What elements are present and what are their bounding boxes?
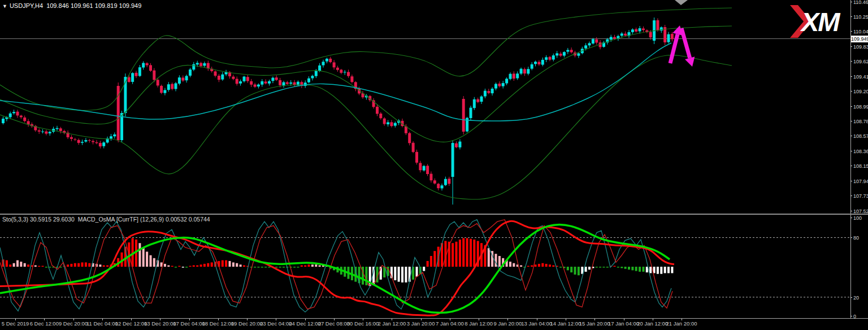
time-tick-label: 7 Jan 04:00 [436,320,464,327]
chevron-down-icon: ▼ [2,3,7,9]
time-tick-label: 19 Dec 20:00 [231,320,263,327]
time-tick-label: 8 Jan 12:00 [465,320,493,327]
chart-ohlc-label: ▼USDJPY,H4 109.846 109.961 109.819 109.9… [2,2,141,9]
price-tick-label: 110.045 [853,29,868,34]
time-tick-label: 21 Jan 20:00 [666,320,697,327]
oscillator-tick-label: 20 [853,295,859,301]
main-chart-canvas[interactable] [0,0,850,214]
trading-chart-window: ▼USDJPY,H4 109.846 109.961 109.819 109.9… [0,0,868,330]
time-tick-label: 11 Dec 04:00 [86,320,118,327]
candlesticks [2,18,674,205]
time-tick-label: 17 Jan 04:00 [608,320,639,327]
time-axis[interactable]: 5 Dec 20196 Dec 12:009 Dec 20:0011 Dec 0… [0,319,868,330]
time-tick-label: 2 Jan 12:00 [378,320,406,327]
time-tick-label: 9 Dec 20:00 [59,320,88,327]
indicator-pane-canvas[interactable] [0,215,850,318]
time-tick-label: 24 Dec 12:00 [289,320,321,327]
time-tick-label: 5 Dec 2019 [2,320,29,327]
indicator-title-label: Sto(5,3,3) 30.5915 29.6030 MACD_OsMA [Cu… [2,216,210,223]
macd-osma-histogram [2,238,674,286]
current-price-tag: 109.949 [851,36,868,42]
macd-green-line [0,225,670,313]
price-tick-label: 108.155 [853,163,868,169]
time-tick-label: 15 Jan 20:00 [579,320,610,327]
price-axis[interactable]: 109.949 110.465110.255110.045109.835109.… [850,0,868,318]
xm-logo: XM [789,3,853,41]
bollinger-lower-line [0,55,732,199]
chart-shift-marker[interactable] [675,0,688,5]
time-tick-label: 3 Jan 20:00 [407,320,435,327]
xm-logo-text: XM [800,7,840,37]
price-tick-label: 107.735 [853,193,868,199]
time-tick-label: 18 Dec 12:00 [202,320,235,327]
time-tick-label: 23 Dec 04:00 [260,320,292,327]
price-tick-label: 107.945 [853,179,868,184]
time-tick-label: 12 Dec 12:00 [115,320,147,327]
price-tick-label: 109.205 [853,89,868,94]
bollinger-middle-line [0,26,732,142]
time-tick-label: 13 Dec 20:00 [144,320,176,327]
time-tick-label: 14 Jan 12:00 [550,320,581,327]
time-tick-label: 20 Jan 12:00 [637,320,668,327]
price-tick-label: 108.995 [853,104,868,110]
oscillator-tick-label: 80 [853,235,859,241]
price-tick-label: 108.575 [853,133,868,139]
time-tick-label: 6 Dec 12:00 [30,320,59,327]
price-tick-label: 109.835 [853,44,868,50]
price-tick-label: 108.785 [853,119,868,124]
time-tick-label: 9 Jan 20:00 [494,320,522,327]
time-tick-label: 17 Dec 04:00 [173,320,205,327]
price-tick-label: 110.465 [853,0,868,5]
price-tick-label: 109.625 [853,59,868,64]
chart-indicator-divider[interactable] [0,214,868,215]
trend-arrow-annotation[interactable] [682,28,695,67]
price-tick-label: 109.415 [853,74,868,80]
bollinger-upper-line [0,8,732,110]
oscillator-tick-label: 100 [853,215,862,221]
ohlc-text: USDJPY,H4 109.846 109.961 109.819 109.94… [10,2,141,9]
price-tick-label: 110.255 [853,14,868,20]
time-tick-label: 27 Dec 08:00 [318,320,350,327]
time-tick-label: 30 Dec 16:00 [347,320,379,327]
price-tick-label: 107.525 [853,209,868,214]
indicator-timeaxis-divider [0,318,868,319]
time-tick-label: 13 Jan 04:00 [521,320,552,327]
price-tick-label: 108.365 [853,149,868,154]
